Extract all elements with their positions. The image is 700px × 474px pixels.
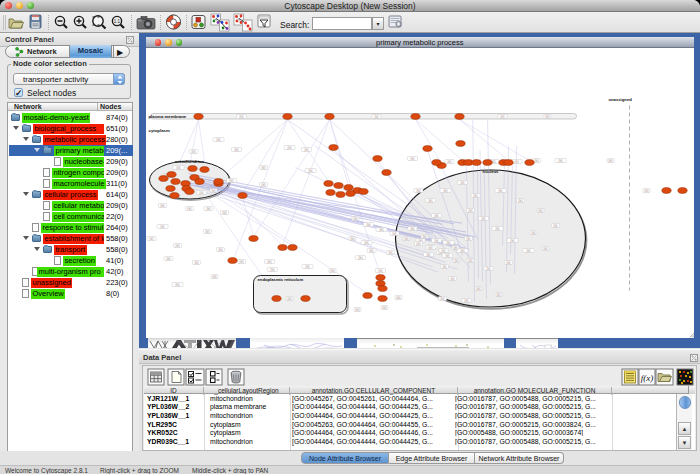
svg-text:(lbl): (lbl) bbox=[239, 259, 243, 263]
svg-text:(lbl): (lbl) bbox=[304, 147, 308, 151]
svg-text:(lbl): (lbl) bbox=[644, 188, 648, 192]
svg-text:(lbl): (lbl) bbox=[366, 222, 370, 226]
svg-text:(lbl): (lbl) bbox=[422, 234, 426, 238]
svg-text:(lbl): (lbl) bbox=[506, 260, 510, 264]
svg-text:(lbl): (lbl) bbox=[538, 208, 542, 212]
svg-text:(lbl): (lbl) bbox=[353, 216, 357, 220]
svg-text:(lbl): (lbl) bbox=[194, 260, 198, 264]
svg-text:(lbl): (lbl) bbox=[350, 236, 354, 240]
svg-text:(lbl): (lbl) bbox=[500, 114, 504, 118]
svg-text:(lbl): (lbl) bbox=[495, 226, 499, 230]
svg-text:(lbl): (lbl) bbox=[287, 145, 291, 149]
svg-text:(lbl): (lbl) bbox=[358, 255, 362, 259]
svg-text:(lbl): (lbl) bbox=[206, 206, 210, 210]
svg-text:(lbl): (lbl) bbox=[486, 266, 490, 270]
svg-text:(lbl): (lbl) bbox=[308, 168, 312, 172]
svg-text:(lbl): (lbl) bbox=[416, 188, 420, 192]
svg-text:(lbl): (lbl) bbox=[443, 188, 447, 192]
svg-text:(lbl): (lbl) bbox=[553, 223, 557, 227]
svg-text:(lbl): (lbl) bbox=[514, 159, 518, 163]
svg-text:(lbl): (lbl) bbox=[149, 236, 153, 240]
svg-text:(lbl): (lbl) bbox=[450, 276, 454, 280]
svg-text:(lbl): (lbl) bbox=[440, 296, 444, 300]
svg-text:(lbl): (lbl) bbox=[416, 241, 420, 245]
svg-text:(lbl): (lbl) bbox=[558, 158, 562, 162]
svg-text:(lbl): (lbl) bbox=[445, 253, 449, 257]
svg-text:(lbl): (lbl) bbox=[460, 180, 464, 184]
svg-text:(lbl): (lbl) bbox=[510, 238, 514, 242]
svg-text:unassigned: unassigned bbox=[608, 97, 632, 102]
svg-text:1:1: 1:1 bbox=[114, 19, 121, 24]
svg-text:(lbl): (lbl) bbox=[267, 259, 271, 263]
svg-text:(lbl): (lbl) bbox=[476, 286, 480, 290]
svg-text:(lbl): (lbl) bbox=[460, 248, 464, 252]
svg-text:(lbl): (lbl) bbox=[160, 224, 164, 228]
svg-text:(lbl): (lbl) bbox=[466, 236, 470, 240]
svg-text:(lbl): (lbl) bbox=[379, 227, 383, 231]
svg-text:(lbl): (lbl) bbox=[498, 188, 502, 192]
svg-text:(lbl): (lbl) bbox=[175, 282, 179, 286]
svg-text:(lbl): (lbl) bbox=[261, 182, 265, 186]
svg-text:(lbl): (lbl) bbox=[222, 210, 226, 214]
svg-text:(lbl): (lbl) bbox=[287, 296, 291, 300]
svg-text:(lbl): (lbl) bbox=[388, 250, 392, 254]
svg-text:(lbl): (lbl) bbox=[187, 206, 191, 210]
svg-text:(lbl): (lbl) bbox=[608, 158, 612, 162]
svg-text:(lbl): (lbl) bbox=[473, 193, 477, 197]
svg-text:(lbl): (lbl) bbox=[446, 240, 450, 244]
svg-text:(lbl): (lbl) bbox=[239, 114, 243, 118]
svg-text:(lbl): (lbl) bbox=[545, 114, 549, 118]
svg-text:(lbl): (lbl) bbox=[441, 248, 445, 252]
svg-text:(lbl): (lbl) bbox=[468, 208, 472, 212]
svg-text:(lbl): (lbl) bbox=[205, 229, 209, 233]
svg-text:(lbl): (lbl) bbox=[454, 258, 458, 262]
svg-text:(lbl): (lbl) bbox=[234, 147, 238, 151]
svg-text:(lbl): (lbl) bbox=[216, 137, 220, 141]
svg-text:mitochondrion: mitochondrion bbox=[174, 159, 204, 164]
svg-text:(lbl): (lbl) bbox=[378, 268, 382, 272]
svg-text:endoplasmic reticulum: endoplasmic reticulum bbox=[257, 276, 303, 281]
svg-text:(lbl): (lbl) bbox=[396, 295, 400, 299]
svg-text:cytoplasm: cytoplasm bbox=[148, 128, 169, 133]
svg-text:(lbl): (lbl) bbox=[410, 156, 414, 160]
svg-text:(lbl): (lbl) bbox=[442, 264, 446, 268]
svg-text:(lbl): (lbl) bbox=[229, 178, 233, 182]
svg-text:(lbl): (lbl) bbox=[270, 267, 274, 271]
svg-text:(lbl): (lbl) bbox=[199, 190, 203, 194]
svg-text:(lbl): (lbl) bbox=[426, 252, 430, 256]
svg-text:(lbl): (lbl) bbox=[434, 213, 438, 217]
svg-text:(lbl): (lbl) bbox=[428, 198, 432, 202]
svg-text:(lbl): (lbl) bbox=[496, 292, 500, 296]
svg-text:(lbl): (lbl) bbox=[531, 230, 535, 234]
svg-text:(lbl): (lbl) bbox=[305, 264, 309, 268]
svg-text:(lbl): (lbl) bbox=[369, 248, 373, 252]
svg-text:(lbl): (lbl) bbox=[364, 240, 368, 244]
svg-text:(lbl): (lbl) bbox=[526, 248, 530, 252]
svg-text:nucleus: nucleus bbox=[482, 169, 498, 174]
svg-text:(lbl): (lbl) bbox=[453, 245, 457, 249]
svg-text:(lbl): (lbl) bbox=[382, 305, 386, 309]
svg-text:plasma membrane: plasma membrane bbox=[148, 113, 186, 118]
svg-text:(lbl): (lbl) bbox=[166, 256, 170, 260]
svg-text:(lbl): (lbl) bbox=[434, 238, 438, 242]
svg-text:(lbl): (lbl) bbox=[191, 149, 195, 153]
svg-text:(lbl): (lbl) bbox=[355, 307, 359, 311]
svg-text:(lbl): (lbl) bbox=[447, 159, 451, 163]
svg-text:(lbl): (lbl) bbox=[392, 231, 396, 235]
svg-text:(lbl): (lbl) bbox=[518, 198, 522, 202]
svg-text:(lbl): (lbl) bbox=[330, 268, 334, 272]
svg-text:(lbl): (lbl) bbox=[410, 226, 414, 230]
svg-text:(lbl): (lbl) bbox=[160, 203, 164, 207]
svg-text:(lbl): (lbl) bbox=[261, 165, 265, 169]
svg-text:(lbl): (lbl) bbox=[212, 274, 216, 278]
svg-text:(lbl): (lbl) bbox=[428, 245, 432, 249]
svg-text:(lbl): (lbl) bbox=[374, 114, 378, 118]
svg-text:(lbl): (lbl) bbox=[543, 246, 547, 250]
svg-text:(lbl): (lbl) bbox=[404, 236, 408, 240]
svg-text:(lbl): (lbl) bbox=[464, 298, 468, 302]
svg-text:(lbl): (lbl) bbox=[175, 243, 179, 247]
svg-text:(lbl): (lbl) bbox=[481, 216, 485, 220]
svg-text:(lbl): (lbl) bbox=[176, 165, 180, 169]
svg-text:(lbl): (lbl) bbox=[211, 188, 215, 192]
svg-text:(lbl): (lbl) bbox=[468, 258, 472, 262]
